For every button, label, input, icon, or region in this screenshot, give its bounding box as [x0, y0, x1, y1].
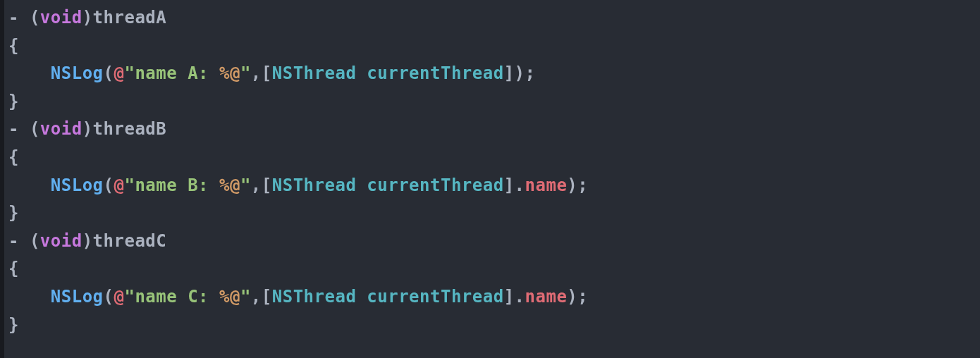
code-line: {	[8, 36, 19, 56]
code-line: }	[8, 92, 19, 111]
code-line: NSLog(@"name A: %@",[NSThread currentThr…	[8, 63, 536, 83]
code-line: - (void)threadB	[8, 119, 166, 139]
code-editor[interactable]: - (void)threadA { NSLog(@"name A: %@",[N…	[4, 0, 976, 339]
code-line: }	[8, 203, 19, 223]
code-line: {	[8, 147, 19, 167]
code-line: {	[8, 259, 19, 278]
code-line: NSLog(@"name B: %@",[NSThread currentThr…	[8, 175, 588, 195]
code-line: }	[8, 315, 19, 335]
code-line: - (void)threadC	[8, 231, 166, 251]
code-line: - (void)threadA	[8, 8, 166, 27]
code-line: NSLog(@"name C: %@",[NSThread currentThr…	[8, 287, 588, 307]
